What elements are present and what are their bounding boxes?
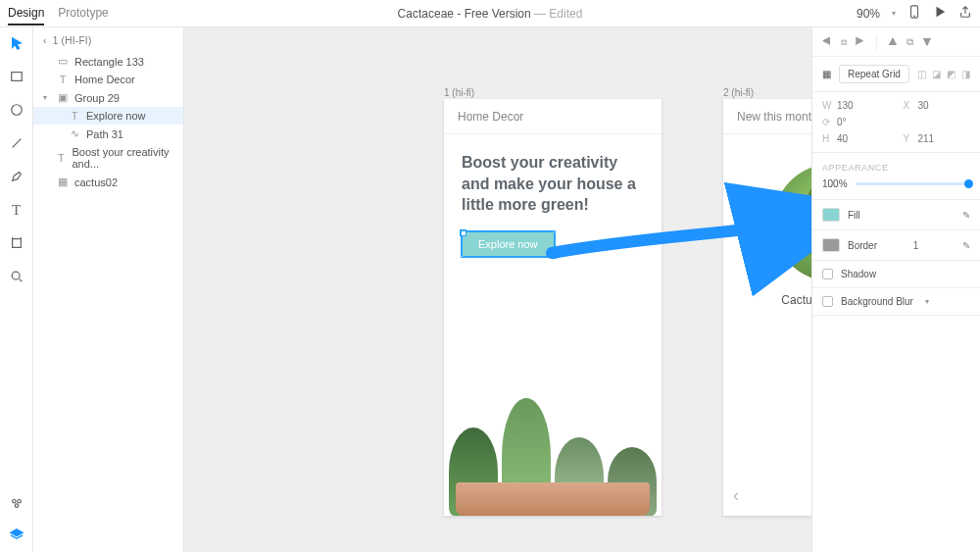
carousel-controls: ‹ › — [723, 485, 811, 506]
zoom-level[interactable]: 90% — [857, 7, 880, 21]
cta-label: Explore now — [478, 238, 538, 250]
layer-row[interactable]: THome Decor — [33, 71, 183, 88]
layers-panel-icon[interactable] — [9, 527, 24, 542]
line-tool-icon[interactable] — [9, 135, 24, 151]
svg-line-6 — [12, 139, 21, 148]
boolean-int-icon[interactable]: ◩ — [947, 69, 956, 79]
breadcrumb-text: 1 (HI-FI) — [53, 35, 92, 46]
border-row: Border 1 ✎ — [812, 230, 980, 261]
layer-label: Home Decor — [74, 74, 135, 85]
boolean-exc-icon[interactable]: ◨ — [961, 69, 970, 79]
align-tools: ⯇ ⧈ ⯈ ⯅ ⧉ ⯆ — [812, 27, 980, 57]
pen-tool-icon[interactable] — [9, 169, 24, 184]
h-label: H — [822, 133, 832, 144]
select-tool-icon[interactable] — [9, 35, 24, 51]
align-middle-icon[interactable]: ⧉ — [906, 36, 913, 48]
eyedropper-icon[interactable]: ✎ — [962, 210, 970, 221]
repeat-grid-row: ▦ Repeat Grid ◫◪◩◨ — [812, 57, 980, 92]
svg-marker-3 — [12, 38, 21, 49]
fill-swatch[interactable] — [822, 208, 840, 222]
layer-label: Boost your creativity and... — [73, 146, 183, 170]
boolean-add-icon[interactable]: ◫ — [917, 69, 926, 79]
product-price: 5,00 € — [723, 311, 811, 326]
svg-line-11 — [19, 279, 22, 282]
align-top-icon[interactable]: ⯅ — [888, 36, 898, 47]
svg-point-14 — [15, 504, 19, 508]
x-label: X — [904, 100, 913, 111]
artboard-2[interactable]: New this month ••• Cactus with flowers 5… — [723, 99, 811, 516]
artboard-label[interactable]: 2 (hi-fi) — [723, 87, 754, 98]
tool-toolbar: T — [0, 27, 33, 552]
align-bottom-icon[interactable]: ⯆ — [922, 36, 932, 47]
artboard-1[interactable]: Home Decor Boost your creativity and mak… — [444, 99, 662, 516]
header-text: Home Decor — [458, 110, 523, 124]
align-left-icon[interactable]: ⯇ — [822, 36, 832, 47]
align-center-h-icon[interactable]: ⧈ — [841, 36, 847, 48]
doc-state: — Edited — [534, 7, 582, 21]
product-name: Cactus with flowers — [723, 293, 811, 307]
layer-label: Rectangle 133 — [74, 56, 144, 68]
y-value[interactable]: 211 — [918, 133, 935, 144]
y-label: Y — [904, 133, 913, 144]
header-text: New this month — [737, 110, 811, 124]
layer-row[interactable]: ▦cactus02 — [33, 173, 183, 191]
inspector-panel: ⯇ ⧈ ⯈ ⯅ ⧉ ⯆ ▦ Repeat Grid ◫◪◩◨ W130 X30 … — [811, 27, 980, 552]
w-value[interactable]: 130 — [837, 100, 854, 111]
tab-design[interactable]: Design — [8, 2, 44, 25]
rot-value[interactable]: 0° — [837, 117, 847, 127]
geometry-inputs: W130 X30 ⟳0° H40 Y211 — [812, 92, 980, 153]
border-swatch[interactable] — [822, 238, 840, 252]
opacity-slider[interactable] — [856, 182, 970, 185]
artboard-label[interactable]: 1 (hi-fi) — [444, 87, 474, 98]
shadow-checkbox[interactable] — [822, 269, 833, 279]
align-right-icon[interactable]: ⯈ — [856, 36, 865, 47]
layer-row[interactable]: ▭Rectangle 133 — [33, 52, 183, 71]
svg-marker-15 — [10, 529, 22, 536]
bgblur-checkbox[interactable] — [822, 296, 833, 307]
bgblur-row: Background Blur ▾ — [812, 288, 980, 316]
fill-label: Fill — [848, 210, 860, 221]
canvas[interactable]: 1 (hi-fi) Home Decor Boost your creativi… — [184, 27, 811, 552]
layer-label: Explore now — [86, 110, 146, 122]
fill-row: Fill ✎ — [812, 200, 980, 230]
svg-point-10 — [12, 272, 20, 279]
play-icon[interactable] — [933, 5, 947, 22]
rectangle-tool-icon[interactable] — [9, 69, 24, 84]
headline-text: Boost your creativity and make your hous… — [444, 134, 662, 226]
text-tool-icon[interactable]: T — [9, 202, 24, 218]
doc-name: Cactaceae - Free Version — [398, 7, 531, 21]
tab-prototype[interactable]: Prototype — [58, 2, 108, 25]
artboard-tool-icon[interactable] — [9, 235, 24, 251]
share-icon[interactable] — [958, 5, 972, 22]
zoom-tool-icon[interactable] — [9, 269, 24, 284]
svg-marker-2 — [937, 7, 946, 18]
h-value[interactable]: 40 — [837, 133, 848, 144]
chevron-down-icon[interactable]: ▾ — [925, 297, 929, 306]
svg-point-5 — [11, 105, 22, 116]
layer-row[interactable]: ▾▣Group 29 — [33, 88, 183, 107]
annotation-arrow — [547, 224, 811, 286]
boolean-sub-icon[interactable]: ◪ — [932, 69, 941, 79]
border-label: Border — [848, 240, 877, 251]
opacity-value[interactable]: 100% — [822, 178, 848, 189]
device-preview-icon[interactable] — [907, 5, 921, 22]
layer-label: cactus02 — [74, 176, 118, 188]
chevron-left-icon[interactable]: ‹ — [733, 485, 739, 506]
layer-row[interactable]: ∿Path 31 — [33, 125, 183, 143]
shadow-row: Shadow — [812, 261, 980, 288]
repeat-grid-button[interactable]: Repeat Grid — [839, 65, 909, 83]
svg-point-12 — [12, 500, 16, 504]
mode-tabs: Design Prototype — [8, 2, 109, 25]
x-value[interactable]: 30 — [918, 100, 929, 111]
appearance-label: APPEARANCE — [812, 153, 980, 178]
explore-now-button[interactable]: Explore now — [462, 231, 555, 257]
ellipse-tool-icon[interactable] — [9, 102, 24, 118]
document-title: Cactaceae - Free Version — Edited — [398, 7, 583, 21]
assets-icon[interactable] — [9, 495, 24, 511]
layer-row[interactable]: TBoost your creativity and... — [33, 143, 183, 173]
layers-breadcrumb[interactable]: ‹ 1 (HI-FI) — [33, 33, 183, 52]
border-width-value[interactable]: 1 — [913, 240, 919, 251]
layer-row-selected[interactable]: TExplore now — [33, 107, 183, 125]
eyedropper-icon[interactable]: ✎ — [962, 240, 970, 251]
zoom-caret-icon[interactable]: ▾ — [892, 9, 896, 18]
